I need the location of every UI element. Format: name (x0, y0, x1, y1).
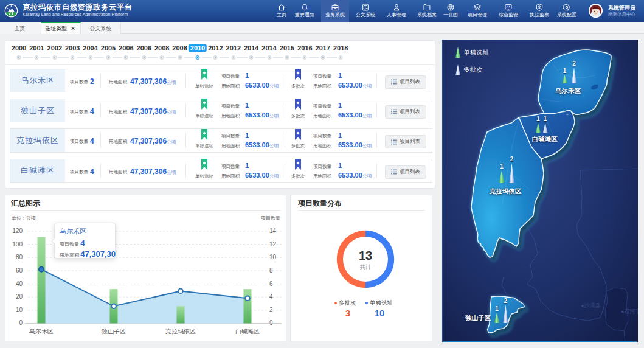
row-area-value: 47,307,306公顷 (130, 107, 176, 116)
timeline-dot-2004[interactable] (88, 55, 92, 60)
bar-克拉玛依区[interactable] (177, 306, 185, 323)
nav-item-7[interactable]: 项目管理 (463, 0, 491, 22)
nav-item-1[interactable]: 重要通知 (291, 0, 319, 22)
timeline-dot-2001[interactable] (35, 55, 39, 60)
map-region-label-1: 白碱滩区 (532, 135, 558, 142)
bar-白碱滩区[interactable] (244, 289, 252, 323)
app-title: 克拉玛依市自然资源政务云平台 (23, 2, 133, 13)
marker-count-single-1: 1 (536, 116, 540, 122)
timeline-dot-2010[interactable] (196, 55, 200, 60)
timeline-dot-2012[interactable] (231, 55, 235, 60)
timeline-dot-2008[interactable] (160, 55, 164, 60)
timeline-dot-2005[interactable] (106, 55, 111, 60)
legend-label-multi: 多批次 (463, 66, 483, 73)
tab-2[interactable]: 公文系统 (81, 22, 121, 34)
nav-item-2[interactable]: 业务系统 (321, 0, 349, 22)
timeline-year-2017[interactable]: 2017 (316, 44, 330, 52)
timeline-year-2014[interactable]: 2014 (261, 44, 276, 52)
project-list-button[interactable]: 项目列表 (385, 105, 426, 119)
nav-item-6[interactable]: 一张图 (439, 0, 462, 22)
timeline-year-2000[interactable]: 2000 (12, 44, 26, 52)
timeline-dot-2014[interactable] (249, 55, 254, 60)
person-icon (392, 3, 401, 12)
nav-item-label: 一张图 (443, 12, 458, 18)
timeline-year-2012[interactable]: 2012 (208, 44, 223, 52)
timeline-year-2003[interactable]: 2003 (65, 44, 80, 52)
timeline-year-2015[interactable]: 2015 (280, 44, 294, 52)
timeline-year-2005[interactable]: 2005 (101, 44, 116, 52)
timeline-dot-2015[interactable] (285, 55, 289, 60)
single-area-label: 用地面积 (221, 143, 240, 149)
timeline-year-2010-selected[interactable]: 2010 (189, 44, 207, 52)
timeline-year-2016[interactable]: 2016 (297, 44, 312, 52)
timeline-dot-2012[interactable] (213, 55, 218, 60)
row-divider-3 (285, 103, 285, 118)
timeline-dot-2000[interactable] (17, 55, 21, 60)
multi-count-label: 项目数量 (313, 103, 331, 110)
row-divider-3 (285, 74, 285, 88)
nav-item-label: 业务系统 (325, 12, 345, 18)
timeline-connector (255, 57, 265, 58)
nav-item-8[interactable]: 综合监管 (494, 0, 522, 22)
timeline-year-2014[interactable]: 2014 (244, 44, 258, 52)
timeline-year-2018[interactable]: 2018 (333, 44, 348, 52)
map-panel: ◂沙湾县 ◂石河子 (442, 40, 637, 342)
line-point-独山子区[interactable] (111, 304, 116, 308)
timeline-dot-2003[interactable] (71, 55, 75, 60)
timeline-year-2001[interactable]: 2001 (29, 44, 44, 52)
multi-area-value: 6533.00公顷 (338, 172, 372, 179)
nav-item-5[interactable]: 系统档案 (413, 0, 441, 22)
map-islet-2 (566, 114, 569, 116)
nav-item-4[interactable]: 人事管理 (383, 0, 410, 22)
timeline-year-2012[interactable]: 2012 (226, 44, 241, 52)
bar-乌尔禾区[interactable] (38, 237, 46, 324)
timeline-dot-2018[interactable] (339, 55, 343, 60)
nav-item-10[interactable]: 系统配置 (553, 0, 581, 22)
multi-area-label: 用地面积 (313, 173, 331, 179)
timeline-dot-2006[interactable] (142, 55, 146, 60)
line-point-乌尔禾区[interactable] (39, 267, 44, 272)
tab-1[interactable]: 选址类型 ✕ (41, 22, 81, 34)
timeline-dot-2006[interactable] (124, 55, 128, 60)
timeline-year-2006[interactable]: 2006 (119, 44, 133, 52)
multi-area-value: 6533.00公顷 (338, 111, 372, 119)
timeline-connector (220, 57, 229, 58)
project-list-button[interactable]: 项目列表 (385, 75, 426, 89)
timeline-year-2008[interactable]: 2008 (154, 44, 169, 52)
donut-legend-multi[interactable]: 多批次 (334, 299, 356, 307)
timeline-dot-2008[interactable] (178, 55, 182, 60)
project-list-button[interactable]: 项目列表 (385, 165, 426, 179)
tab-0[interactable]: 主页 (0, 22, 40, 34)
summary-combo-chart[interactable]: 0010220440660880101001212014乌尔禾区独山子区克拉玛依… (5, 195, 287, 342)
nav-item-0[interactable]: 主页 (272, 0, 291, 22)
nav-item-9[interactable]: 执法监察 (525, 0, 553, 22)
timeline-connector (309, 57, 319, 58)
line-point-克拉玛依区[interactable] (178, 289, 183, 294)
timeline-year-2004[interactable]: 2004 (83, 44, 97, 52)
user-avatar[interactable] (589, 4, 603, 18)
timeline-connector (130, 57, 140, 58)
timeline-year-2006[interactable]: 2006 (137, 44, 151, 52)
timeline-dot-2016[interactable] (303, 55, 307, 60)
karamay-districts-map[interactable]: ◂沙湾县 ◂石河子 (443, 40, 638, 342)
multi-count-value: 1 (338, 72, 342, 79)
timeline-connector (77, 57, 86, 58)
timeline-year-2002[interactable]: 2002 (47, 44, 62, 52)
single-area-unit: 公顷 (269, 143, 279, 148)
timeline-dot-2014[interactable] (267, 55, 271, 60)
timeline-dot-2017[interactable] (320, 55, 325, 60)
document-icon (361, 3, 370, 12)
tab-close-icon[interactable]: ✕ (71, 26, 75, 32)
header-bar: 克拉玛依市自然资源政务云平台 Karamay Land and Resource… (0, 0, 644, 22)
nav-item-3[interactable]: 公文系统 (351, 0, 379, 22)
timeline-connector (113, 57, 122, 58)
line-point-白碱滩区[interactable] (245, 296, 250, 301)
donut-legend-single[interactable]: 单独选址 (365, 299, 393, 307)
timeline-connector (58, 57, 68, 58)
multi-area-value: 6533.00公顷 (338, 141, 372, 149)
timeline-dot-2002[interactable] (52, 55, 57, 60)
neighbor-marker-arrow: ◂ (581, 302, 584, 308)
project-list-button[interactable]: 项目列表 (385, 135, 426, 148)
timeline-year-2008[interactable]: 2008 (172, 44, 187, 52)
marker-count-multi-3: 2 (504, 298, 508, 304)
